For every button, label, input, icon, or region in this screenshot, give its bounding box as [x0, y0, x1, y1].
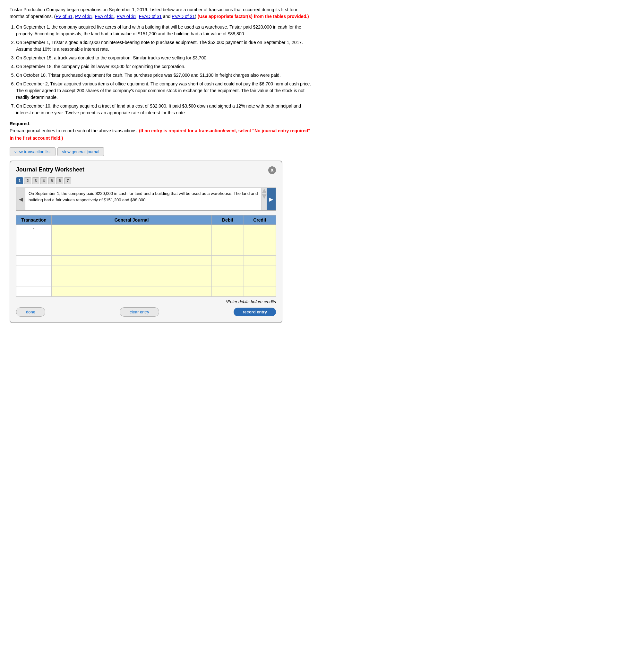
general-journal-input[interactable] [53, 225, 209, 235]
worksheet-title: Journal Entry Worksheet [16, 166, 85, 173]
debit-input[interactable] [214, 245, 242, 255]
tab-4[interactable]: 4 [40, 177, 47, 184]
description-container: ◀ On September 1, the company paid $220,… [16, 188, 276, 211]
view-general-journal-button[interactable]: view general journal [58, 147, 104, 156]
table-row [16, 276, 276, 286]
general-journal-cell[interactable] [52, 266, 212, 276]
general-journal-cell[interactable] [52, 286, 212, 297]
tab-6[interactable]: 6 [56, 177, 63, 184]
pv-link[interactable]: PV of $1 [75, 14, 92, 19]
debit-cell[interactable] [212, 266, 244, 276]
transaction-cell [16, 286, 52, 297]
debit-cell[interactable] [212, 235, 244, 245]
debit-input[interactable] [214, 266, 242, 276]
pvad-link[interactable]: PVAD of $1 [172, 14, 195, 19]
general-journal-input[interactable] [53, 286, 209, 297]
bottom-buttons-row: done clear entry record entry [16, 307, 276, 316]
general-journal-input[interactable] [53, 256, 209, 266]
transactions-list: On September 1, the company acquired fiv… [16, 24, 311, 116]
use-tables-note: (Use appropriate factor(s) from the tabl… [198, 14, 309, 19]
debit-cell[interactable] [212, 276, 244, 286]
debit-input[interactable] [214, 256, 242, 266]
scroll-up-icon[interactable] [262, 189, 267, 193]
prev-arrow[interactable]: ◀ [16, 188, 25, 210]
debit-input[interactable] [214, 225, 242, 235]
list-item: On September 15, a truck was donated to … [16, 54, 311, 61]
credit-input[interactable] [246, 245, 274, 255]
transaction-cell [16, 256, 52, 266]
debit-input[interactable] [214, 235, 242, 245]
credit-cell[interactable] [244, 286, 276, 297]
credit-input[interactable] [246, 276, 274, 286]
description-scrollbar [261, 188, 267, 210]
scroll-down-icon[interactable] [262, 194, 267, 199]
journal-entry-worksheet: Journal Entry Worksheet X 1 2 3 4 5 6 7 … [9, 160, 282, 323]
tab-3[interactable]: 3 [32, 177, 39, 184]
general-journal-input[interactable] [53, 266, 209, 276]
clear-entry-button[interactable]: clear entry [120, 307, 159, 316]
required-instruction: Prepare journal entries to record each o… [9, 128, 138, 133]
credit-cell[interactable] [244, 256, 276, 266]
close-button[interactable]: X [268, 166, 276, 174]
list-item: On December 10, the company acquired a t… [16, 103, 311, 116]
done-button[interactable]: done [16, 307, 45, 316]
required-section: Required: Prepare journal entries to rec… [9, 120, 311, 141]
worksheet-header: Journal Entry Worksheet X [16, 166, 276, 174]
fv-link[interactable]: FV of $1 [55, 14, 72, 19]
table-row: 1 [16, 225, 276, 235]
table-row [16, 235, 276, 245]
credit-input[interactable] [246, 266, 274, 276]
col-header-credit: Credit [244, 216, 276, 225]
fvad-link[interactable]: FVAD of $1 [139, 14, 162, 19]
tab-2[interactable]: 2 [24, 177, 31, 184]
credit-cell[interactable] [244, 266, 276, 276]
general-journal-cell[interactable] [52, 276, 212, 286]
debit-input[interactable] [214, 276, 242, 286]
table-row [16, 245, 276, 256]
credit-input[interactable] [246, 256, 274, 266]
tab-1[interactable]: 1 [16, 177, 23, 184]
debit-input[interactable] [214, 286, 242, 297]
debit-cell[interactable] [212, 245, 244, 256]
general-journal-input[interactable] [53, 276, 209, 286]
col-header-general-journal: General Journal [52, 216, 212, 225]
list-item: On October 10, Tristar purchased equipme… [16, 72, 311, 79]
next-arrow[interactable]: ▶ [267, 188, 276, 210]
credit-cell[interactable] [244, 235, 276, 245]
tab-numbers-row: 1 2 3 4 5 6 7 [16, 177, 276, 184]
journal-table: Transaction General Journal Debit Credit… [16, 215, 276, 297]
credit-input[interactable] [246, 235, 274, 245]
general-journal-cell[interactable] [52, 245, 212, 256]
list-item: On September 1, Tristar signed a $52,000… [16, 39, 311, 53]
debit-cell[interactable] [212, 286, 244, 297]
credit-input[interactable] [246, 225, 274, 235]
tab-5[interactable]: 5 [48, 177, 55, 184]
view-buttons-row: view transaction list view general journ… [9, 147, 311, 156]
pva-link[interactable]: PVA of $1 [117, 14, 136, 19]
general-journal-cell[interactable] [52, 235, 212, 245]
record-entry-button[interactable]: record entry [234, 308, 276, 316]
general-journal-input[interactable] [53, 245, 209, 255]
debit-cell[interactable] [212, 256, 244, 266]
description-text: On September 1, the company paid $220,00… [25, 188, 261, 210]
fva-link[interactable]: FVA of $1 [95, 14, 114, 19]
general-journal-cell[interactable] [52, 256, 212, 266]
credit-cell[interactable] [244, 245, 276, 256]
table-row [16, 286, 276, 297]
table-row [16, 266, 276, 276]
tab-7[interactable]: 7 [64, 177, 71, 184]
required-label: Required: [9, 121, 30, 126]
enter-debits-note: *Enter debits before credits [16, 299, 276, 304]
view-transaction-list-button[interactable]: view transaction list [9, 147, 55, 156]
credit-cell[interactable] [244, 276, 276, 286]
credit-cell[interactable] [244, 225, 276, 235]
general-journal-input[interactable] [53, 235, 209, 245]
table-row [16, 256, 276, 266]
transaction-cell: 1 [16, 225, 52, 235]
transaction-cell [16, 276, 52, 286]
list-item: On September 18, the company paid its la… [16, 63, 311, 70]
general-journal-cell[interactable] [52, 225, 212, 235]
credit-input[interactable] [246, 286, 274, 297]
intro-paragraph: Tristar Production Company began operati… [9, 6, 311, 20]
debit-cell[interactable] [212, 225, 244, 235]
